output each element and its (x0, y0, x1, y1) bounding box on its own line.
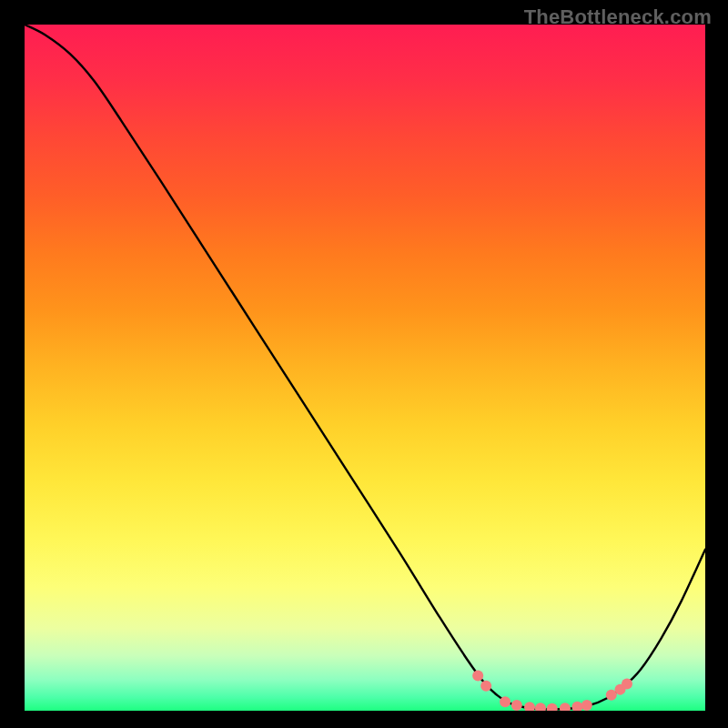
curve-dot (581, 700, 592, 711)
chart-stage: TheBottleneck.com (0, 0, 728, 728)
curve-dot (472, 671, 483, 682)
plot-svg (25, 25, 705, 711)
curve-dot (622, 679, 632, 690)
watermark-text: TheBottleneck.com (524, 5, 712, 29)
curve-dot (480, 681, 491, 692)
curve-dot (500, 696, 511, 707)
curve-dot (511, 700, 522, 711)
plot-area (25, 25, 705, 711)
